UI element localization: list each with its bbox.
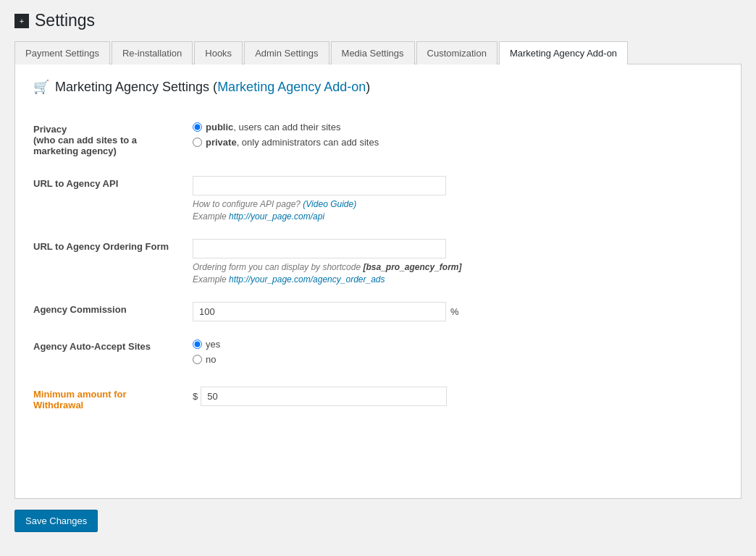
privacy-label: Privacy(who can add sites to amarketing …	[33, 113, 193, 167]
privacy-private-radio[interactable]	[193, 138, 202, 147]
agency-api-example-link[interactable]: http://your_page.com/api	[229, 211, 324, 222]
agency-auto-accept-label: Agency Auto-Accept Sites	[33, 330, 193, 378]
auto-accept-yes-radio[interactable]	[193, 340, 202, 349]
privacy-options: public, users can add their sites privat…	[193, 113, 723, 167]
agency-ordering-example-link[interactable]: http://your_page.com/agency_order_ads	[229, 274, 385, 285]
tab-marketing-agency[interactable]: Marketing Agency Add-on	[499, 41, 628, 64]
video-guide-link[interactable]: (Video Guide)	[303, 199, 356, 209]
min-withdrawal-input[interactable]	[201, 387, 447, 406]
tab-payment-settings[interactable]: Payment Settings	[14, 41, 110, 64]
agency-commission-cell: %	[193, 293, 723, 330]
agency-commission-label: Agency Commission	[33, 293, 193, 330]
agency-ordering-form-label: URL to Agency Ordering Form	[33, 230, 193, 293]
ordering-shortcode: [bsa_pro_agency_form]	[363, 262, 461, 272]
agency-ordering-form-row: URL to Agency Ordering Form Ordering for…	[33, 230, 723, 293]
cart-icon: 🛒	[33, 79, 49, 95]
auto-accept-yes-option: yes	[193, 339, 723, 350]
save-changes-button[interactable]: Save Changes	[14, 510, 98, 532]
min-withdrawal-cell: $	[193, 378, 723, 421]
tab-hooks[interactable]: Hooks	[194, 41, 243, 64]
marketing-addon-link[interactable]: Marketing Agency Add-on	[217, 80, 366, 94]
min-withdrawal-input-group: $	[193, 387, 723, 406]
agency-ordering-form-input[interactable]	[193, 239, 446, 258]
panel-heading: 🛒 Marketing Agency Settings (Marketing A…	[33, 79, 723, 95]
agency-commission-input[interactable]	[193, 302, 446, 321]
withdrawal-prefix: $	[193, 391, 198, 402]
settings-panel: 🛒 Marketing Agency Settings (Marketing A…	[14, 64, 742, 499]
min-withdrawal-row: Minimum amount forWithdrawal $	[33, 378, 723, 421]
privacy-public-radio[interactable]	[193, 122, 202, 132]
tabs-bar: Payment Settings Re-installation Hooks A…	[14, 41, 742, 64]
settings-icon: +	[14, 14, 29, 28]
privacy-public-label: public	[206, 122, 233, 132]
auto-accept-no-label: no	[206, 354, 216, 365]
agency-api-url-row: URL to Agency API How to configure API p…	[33, 167, 723, 230]
agency-ordering-hint: Ordering form you can display by shortco…	[193, 262, 723, 272]
privacy-private-option: private, only administrators can add sit…	[193, 137, 723, 148]
tab-reinstallation[interactable]: Re-installation	[112, 41, 193, 64]
agency-api-url-label: URL to Agency API	[33, 167, 193, 230]
agency-ordering-example: Example http://your_page.com/agency_orde…	[193, 274, 723, 285]
agency-auto-accept-cell: yes no	[193, 330, 723, 378]
agency-api-example: Example http://your_page.com/api	[193, 211, 723, 222]
min-withdrawal-label: Minimum amount forWithdrawal	[33, 378, 193, 421]
page-title: + Settings	[14, 11, 742, 30]
agency-api-url-input[interactable]	[193, 176, 446, 195]
agency-ordering-form-cell: Ordering form you can display by shortco…	[193, 230, 723, 293]
privacy-private-label: private	[206, 137, 237, 148]
auto-accept-no-option: no	[193, 354, 723, 365]
auto-accept-yes-label: yes	[206, 339, 220, 350]
tab-admin-settings[interactable]: Admin Settings	[244, 41, 329, 64]
auto-accept-no-radio[interactable]	[193, 355, 202, 364]
agency-api-url-cell: How to configure API page? (Video Guide)…	[193, 167, 723, 230]
settings-form: Privacy(who can add sites to amarketing …	[33, 113, 723, 421]
agency-commission-row: Agency Commission %	[33, 293, 723, 330]
privacy-row: Privacy(who can add sites to amarketing …	[33, 113, 723, 167]
panel-heading-text: Marketing Agency Settings (Marketing Age…	[55, 80, 370, 95]
agency-auto-accept-row: Agency Auto-Accept Sites yes no	[33, 330, 723, 378]
agency-api-hint: How to configure API page? (Video Guide)	[193, 199, 723, 209]
agency-commission-input-group: %	[193, 302, 723, 321]
privacy-public-option: public, users can add their sites	[193, 122, 723, 132]
tab-customization[interactable]: Customization	[416, 41, 497, 64]
tab-media-settings[interactable]: Media Settings	[331, 41, 415, 64]
commission-suffix: %	[450, 306, 459, 317]
